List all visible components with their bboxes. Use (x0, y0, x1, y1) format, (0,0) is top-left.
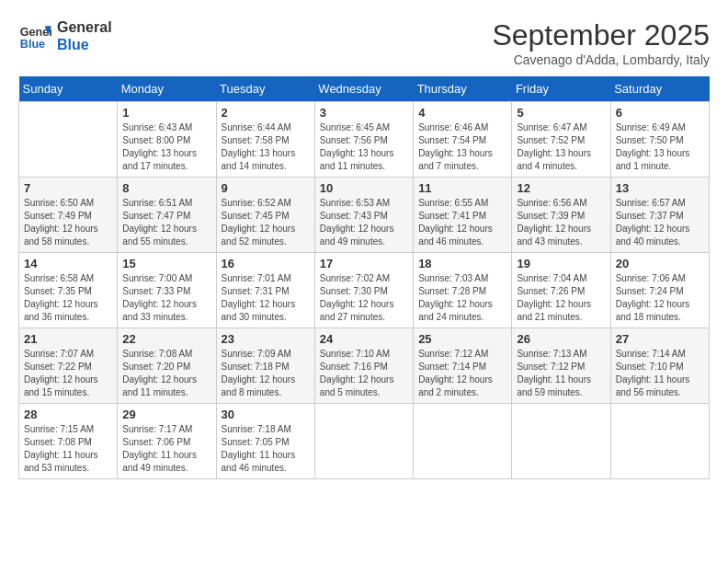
calendar-cell: 12Sunrise: 6:56 AMSunset: 7:39 PMDayligh… (512, 178, 610, 253)
day-info: Sunrise: 6:47 AMSunset: 7:52 PMDaylight:… (517, 121, 605, 173)
weekday-header-sunday: Sunday (19, 76, 118, 102)
day-info: Sunrise: 7:08 AMSunset: 7:20 PMDaylight:… (122, 348, 210, 399)
day-info: Sunrise: 7:00 AMSunset: 7:33 PMDaylight:… (122, 272, 210, 324)
calendar-cell: 23Sunrise: 7:09 AMSunset: 7:18 PMDayligh… (216, 328, 314, 404)
calendar-cell: 22Sunrise: 7:08 AMSunset: 7:20 PMDayligh… (118, 328, 216, 404)
day-info: Sunrise: 7:07 AMSunset: 7:22 PMDaylight:… (24, 348, 112, 399)
day-info: Sunrise: 7:09 AMSunset: 7:18 PMDaylight:… (222, 348, 310, 399)
logo-icon: General Blue (18, 19, 51, 52)
day-info: Sunrise: 7:14 AMSunset: 7:10 PMDaylight:… (616, 348, 704, 399)
calendar-cell: 18Sunrise: 7:03 AMSunset: 7:28 PMDayligh… (414, 253, 512, 328)
day-number: 14 (24, 257, 112, 270)
calendar-cell: 17Sunrise: 7:02 AMSunset: 7:30 PMDayligh… (314, 253, 413, 328)
day-number: 30 (222, 408, 310, 421)
day-info: Sunrise: 7:12 AMSunset: 7:14 PMDaylight:… (418, 348, 506, 399)
weekday-header-thursday: Thursday (414, 76, 512, 102)
day-info: Sunrise: 7:03 AMSunset: 7:28 PMDaylight:… (418, 272, 506, 324)
day-info: Sunrise: 6:50 AMSunset: 7:49 PMDaylight:… (24, 197, 112, 248)
calendar-cell: 5Sunrise: 6:47 AMSunset: 7:52 PMDaylight… (512, 102, 610, 178)
day-info: Sunrise: 6:57 AMSunset: 7:37 PMDaylight:… (616, 197, 704, 248)
day-number: 20 (616, 257, 704, 270)
calendar-cell: 20Sunrise: 7:06 AMSunset: 7:24 PMDayligh… (610, 253, 709, 328)
calendar-cell: 1Sunrise: 6:43 AMSunset: 8:00 PMDaylight… (118, 102, 216, 178)
weekday-header-tuesday: Tuesday (216, 76, 314, 102)
calendar-subtitle: Cavenago d'Adda, Lombardy, Italy (492, 52, 710, 67)
weekday-header-saturday: Saturday (610, 76, 709, 102)
day-info: Sunrise: 7:02 AMSunset: 7:30 PMDaylight:… (320, 272, 408, 324)
calendar-cell: 29Sunrise: 7:17 AMSunset: 7:06 PMDayligh… (118, 404, 216, 479)
day-info: Sunrise: 6:49 AMSunset: 7:50 PMDaylight:… (616, 121, 704, 173)
calendar-cell: 3Sunrise: 6:45 AMSunset: 7:56 PMDaylight… (314, 102, 413, 178)
calendar-cell: 28Sunrise: 7:15 AMSunset: 7:08 PMDayligh… (19, 404, 118, 479)
day-info: Sunrise: 7:13 AMSunset: 7:12 PMDaylight:… (517, 348, 605, 399)
calendar-cell: 30Sunrise: 7:18 AMSunset: 7:05 PMDayligh… (216, 404, 314, 479)
calendar-cell (610, 404, 709, 479)
day-info: Sunrise: 6:46 AMSunset: 7:54 PMDaylight:… (418, 121, 506, 173)
calendar-cell: 8Sunrise: 6:51 AMSunset: 7:47 PMDaylight… (118, 178, 216, 253)
day-number: 22 (122, 332, 210, 346)
logo-text-general: General (57, 18, 112, 36)
logo-text-blue: Blue (57, 36, 112, 53)
calendar-cell: 15Sunrise: 7:00 AMSunset: 7:33 PMDayligh… (118, 253, 216, 328)
day-number: 28 (24, 408, 112, 421)
day-info: Sunrise: 6:52 AMSunset: 7:45 PMDaylight:… (222, 197, 310, 248)
day-number: 17 (320, 257, 408, 270)
calendar-cell: 9Sunrise: 6:52 AMSunset: 7:45 PMDaylight… (216, 178, 314, 253)
week-row-2: 7Sunrise: 6:50 AMSunset: 7:49 PMDaylight… (19, 178, 710, 253)
weekday-header-row: SundayMondayTuesdayWednesdayThursdayFrid… (19, 76, 710, 102)
calendar-cell: 7Sunrise: 6:50 AMSunset: 7:49 PMDaylight… (19, 178, 118, 253)
day-info: Sunrise: 7:06 AMSunset: 7:24 PMDaylight:… (616, 272, 704, 324)
day-number: 11 (418, 181, 506, 195)
calendar-cell (414, 404, 512, 479)
calendar-cell: 24Sunrise: 7:10 AMSunset: 7:16 PMDayligh… (314, 328, 413, 404)
day-number: 18 (418, 257, 506, 270)
svg-text:Blue: Blue (20, 38, 45, 51)
day-info: Sunrise: 6:53 AMSunset: 7:43 PMDaylight:… (320, 197, 408, 248)
day-info: Sunrise: 7:10 AMSunset: 7:16 PMDaylight:… (320, 348, 408, 399)
calendar-cell (314, 404, 413, 479)
week-row-5: 28Sunrise: 7:15 AMSunset: 7:08 PMDayligh… (19, 404, 710, 479)
weekday-header-friday: Friday (512, 76, 610, 102)
week-row-4: 21Sunrise: 7:07 AMSunset: 7:22 PMDayligh… (19, 328, 710, 404)
day-number: 27 (616, 332, 704, 346)
day-info: Sunrise: 6:45 AMSunset: 7:56 PMDaylight:… (320, 121, 408, 173)
calendar-cell: 4Sunrise: 6:46 AMSunset: 7:54 PMDaylight… (414, 102, 512, 178)
day-info: Sunrise: 7:17 AMSunset: 7:06 PMDaylight:… (122, 423, 210, 475)
day-number: 16 (222, 257, 310, 270)
weekday-header-wednesday: Wednesday (314, 76, 413, 102)
calendar-cell: 14Sunrise: 6:58 AMSunset: 7:35 PMDayligh… (19, 253, 118, 328)
weekday-header-monday: Monday (118, 76, 216, 102)
day-number: 10 (320, 181, 408, 195)
day-number: 6 (616, 106, 704, 120)
day-number: 19 (517, 257, 605, 270)
calendar-cell (19, 102, 118, 178)
day-number: 13 (616, 181, 704, 195)
calendar-cell: 11Sunrise: 6:55 AMSunset: 7:41 PMDayligh… (414, 178, 512, 253)
day-number: 8 (122, 181, 210, 195)
day-info: Sunrise: 7:04 AMSunset: 7:26 PMDaylight:… (517, 272, 605, 324)
day-number: 23 (222, 332, 310, 346)
calendar-cell: 13Sunrise: 6:57 AMSunset: 7:37 PMDayligh… (610, 178, 709, 253)
calendar-cell: 26Sunrise: 7:13 AMSunset: 7:12 PMDayligh… (512, 328, 610, 404)
day-info: Sunrise: 6:51 AMSunset: 7:47 PMDaylight:… (122, 197, 210, 248)
day-number: 29 (122, 408, 210, 421)
day-info: Sunrise: 6:43 AMSunset: 8:00 PMDaylight:… (122, 121, 210, 173)
calendar-cell: 10Sunrise: 6:53 AMSunset: 7:43 PMDayligh… (314, 178, 413, 253)
week-row-1: 1Sunrise: 6:43 AMSunset: 8:00 PMDaylight… (19, 102, 710, 178)
calendar-cell: 2Sunrise: 6:44 AMSunset: 7:58 PMDaylight… (216, 102, 314, 178)
calendar-cell (512, 404, 610, 479)
day-number: 4 (418, 106, 506, 120)
day-number: 15 (122, 257, 210, 270)
day-info: Sunrise: 6:58 AMSunset: 7:35 PMDaylight:… (24, 272, 112, 324)
day-number: 7 (24, 181, 112, 195)
day-number: 3 (320, 106, 408, 120)
calendar-table: SundayMondayTuesdayWednesdayThursdayFrid… (18, 76, 710, 479)
week-row-3: 14Sunrise: 6:58 AMSunset: 7:35 PMDayligh… (19, 253, 710, 328)
day-info: Sunrise: 7:15 AMSunset: 7:08 PMDaylight:… (24, 423, 112, 475)
title-block: September 2025 Cavenago d'Adda, Lombardy… (492, 18, 710, 67)
day-number: 9 (222, 181, 310, 195)
day-number: 26 (517, 332, 605, 346)
day-info: Sunrise: 6:56 AMSunset: 7:39 PMDaylight:… (517, 197, 605, 248)
calendar-cell: 25Sunrise: 7:12 AMSunset: 7:14 PMDayligh… (414, 328, 512, 404)
page-header: General Blue General Blue September 2025… (18, 18, 710, 67)
